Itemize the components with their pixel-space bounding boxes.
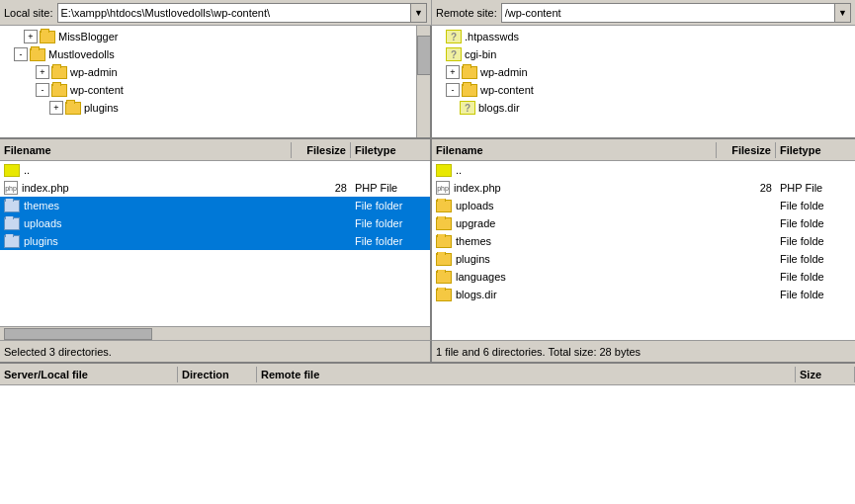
remote-site-label: Remote site: [436,7,497,19]
folder-icon-wp-admin [51,66,67,79]
remote-status-text: 1 file and 6 directories. Total size: 28… [436,346,641,358]
tree-item-missblogger[interactable]: + MissBlogger [2,28,428,45]
remote-row-uploads[interactable]: uploads File folde [432,197,855,214]
local-hscroll[interactable] [0,326,430,340]
local-panel: + MissBlogger - Mustlovedolls + wp-admin [0,26,432,362]
remote-tree-cgibin[interactable]: ? cgi-bin [434,45,853,63]
remote-row-themes[interactable]: themes File folde [432,232,855,250]
tree-label-mustlovedolls: Mustlovedolls [48,48,115,60]
remote-col-size[interactable]: Filesize [717,142,776,158]
local-cell-size-plugins [292,240,351,242]
php-icon: php [4,181,18,195]
question-icon-htpasswds: ? [446,30,462,43]
remote-cell-name-plugins: plugins [432,252,717,267]
folder-icon-plugins-file [4,235,20,248]
question-icon-cgibin: ? [446,47,462,61]
remote-tree-blogsdir[interactable]: ? blogs.dir [434,99,853,117]
local-cell-size-indexphp: 28 [292,181,351,195]
remote-label-htpasswds: .htpasswds [465,31,519,42]
folder-icon-remote-wpadmin [462,66,477,79]
folder-icon-uploads [4,217,20,230]
remote-path-bar: Remote site: ▼ [432,0,855,25]
dotdot-icon [4,164,20,177]
remote-path-input[interactable] [501,3,835,23]
remote-tree-htpasswds[interactable]: ? .htpasswds [434,28,853,45]
folder-icon-missblogger [40,31,55,43]
expand-mustlovedolls[interactable]: - [14,47,28,61]
expand-missblogger[interactable]: + [24,30,38,43]
remote-themes-label: themes [456,235,491,247]
queue-col-direction[interactable]: Direction [178,367,257,382]
remote-row-blogsdir[interactable]: blogs.dir File folde [432,286,855,303]
local-cell-size-uploads [292,222,351,224]
remote-folder-languages [436,271,452,284]
local-row-indexphp[interactable]: php index.php 28 PHP File [0,179,430,197]
remote-tree-wpcontent[interactable]: - wp-content [434,81,853,99]
tree-label-plugins: plugins [84,102,119,114]
remote-cell-name-themes: themes [432,234,717,249]
middle-section: + MissBlogger - Mustlovedolls + wp-admin [0,26,855,362]
tree-vscroll-thumb[interactable] [417,36,430,75]
queue-col-size[interactable]: Size [796,367,855,382]
remote-path-dropdown[interactable]: ▼ [835,3,851,23]
remote-cell-name-upgrade: upgrade [432,216,717,231]
tree-item-wp-admin[interactable]: + wp-admin [2,63,428,81]
tree-item-wp-content[interactable]: - wp-content [2,81,428,99]
remote-col-type[interactable]: Filetype [776,142,855,158]
local-row-dotdot[interactable]: .. [0,161,430,179]
expand-plugins[interactable]: + [49,101,63,115]
remote-label-blogsdir: blogs.dir [478,102,520,114]
remote-status: 1 file and 6 directories. Total size: 28… [432,340,855,362]
local-row-themes[interactable]: themes File folder [0,197,430,214]
local-hscroll-thumb[interactable] [4,328,152,340]
local-cell-name-dotdot: .. [0,163,292,178]
tree-label-missblogger: MissBlogger [58,31,119,42]
remote-file-list: Filename Filesize Filetype .. [432,139,855,340]
queue-col-server[interactable]: Server/Local file [0,367,178,382]
path-bars: Local site: ▼ Remote site: ▼ [0,0,855,26]
remote-folder-plugins [436,253,452,266]
local-row-plugins[interactable]: plugins File folder [0,232,430,250]
local-col-type[interactable]: Filetype [351,142,430,158]
expand-remote-wpadmin[interactable]: + [446,65,460,79]
local-row-uploads[interactable]: uploads File folder [0,214,430,232]
remote-tree-wpadmin[interactable]: + wp-admin [434,63,853,81]
remote-folder-upgrade [436,217,452,230]
remote-row-dotdot[interactable]: .. [432,161,855,179]
local-cell-type-uploads: File folder [351,216,430,230]
local-path-input[interactable] [57,3,411,23]
local-tree-area[interactable]: + MissBlogger - Mustlovedolls + wp-admin [0,26,430,139]
folder-icon-wp-content [51,84,67,97]
remote-row-languages[interactable]: languages File folde [432,268,855,286]
remote-row-indexphp[interactable]: php index.php 28 PHP File [432,179,855,197]
local-cell-name-plugins: plugins [0,234,292,249]
remote-file-rows[interactable]: .. php index.php 28 PHP File [432,161,855,340]
local-file-rows[interactable]: .. php index.php 28 PHP File [0,161,430,326]
expand-wp-content[interactable]: - [36,83,49,97]
remote-row-upgrade[interactable]: upgrade File folde [432,214,855,232]
transfer-queue: Server/Local file Direction Remote file … [0,362,855,504]
remote-panel: ? .htpasswds ? cgi-bin + wp-admin - [432,26,855,362]
local-col-size[interactable]: Filesize [292,142,351,158]
tree-vscroll[interactable] [416,26,430,137]
local-path-dropdown[interactable]: ▼ [411,3,427,23]
queue-col-remote[interactable]: Remote file [257,367,796,382]
remote-file-header: Filename Filesize Filetype [432,139,855,161]
remote-label-cgibin: cgi-bin [465,48,496,60]
local-cell-type-plugins: File folder [351,234,430,248]
tree-item-plugins[interactable]: + plugins [2,99,428,117]
expand-remote-wpcontent[interactable]: - [446,83,460,97]
expand-wp-admin[interactable]: + [36,65,49,79]
local-cell-name-uploads: uploads [0,216,292,231]
local-file-list: Filename Filesize Filetype .. [0,139,430,326]
remote-row-plugins[interactable]: plugins File folde [432,250,855,268]
local-cell-type-indexphp: PHP File [351,181,430,195]
main-container: Local site: ▼ Remote site: ▼ + MissBlogg… [0,0,855,504]
tree-item-mustlovedolls[interactable]: - Mustlovedolls [2,45,428,63]
remote-col-name[interactable]: Filename [432,142,717,158]
remote-tree-area[interactable]: ? .htpasswds ? cgi-bin + wp-admin - [432,26,855,139]
local-col-name[interactable]: Filename [0,142,292,158]
remote-folder-uploads [436,200,452,212]
local-status-text: Selected 3 directories. [4,346,112,358]
local-file-header: Filename Filesize Filetype [0,139,430,161]
